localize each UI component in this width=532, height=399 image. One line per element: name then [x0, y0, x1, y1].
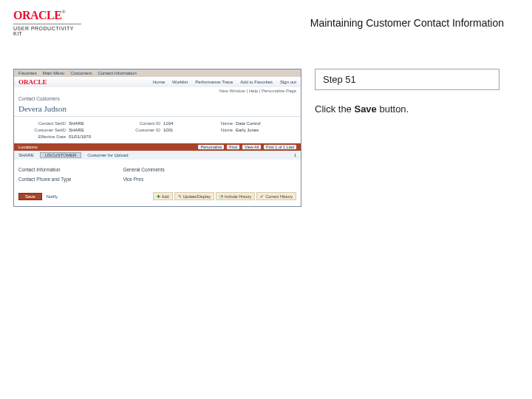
- detail-columns: Contact Information Contact Phone and Ty…: [14, 160, 301, 189]
- location-select[interactable]: USCUSTOMER: [40, 152, 82, 158]
- field-value: Data Control: [236, 121, 280, 126]
- field-label: Customer ID: [116, 128, 160, 132]
- clock-icon: ◔: [219, 194, 223, 199]
- mode-tabs: ✚Add ✎Update/Display ◔Include History ✔C…: [153, 192, 296, 200]
- document-page: ORACLE® USER PRODUCTIVITY KIT Maintainin…: [0, 0, 532, 399]
- oracle-wordmark: ORACLE®: [13, 9, 102, 22]
- header-fields: Contact SetID SHARE Contact ID 1164 Name…: [14, 117, 301, 143]
- field-label: Customer SetID: [21, 128, 66, 132]
- menu-add-favorites[interactable]: Add to Favorites: [240, 80, 273, 84]
- pencil-icon: ✎: [178, 194, 182, 199]
- page-context: Contact Customers: [14, 95, 301, 103]
- col-heading: General Comments: [123, 167, 164, 172]
- top-menu: Home Worklist Performance Trace Add to F…: [153, 80, 296, 84]
- breadcrumb-bar: Favorites Main Menu Customers Contact In…: [14, 69, 301, 77]
- col-value: Vice Pres: [123, 177, 164, 182]
- grid-tools: Personalize Find View All First 1 of 1 L…: [198, 145, 296, 149]
- col-heading: Contact Information: [18, 167, 71, 172]
- row-index: 1: [294, 153, 296, 157]
- registered-mark: ®: [61, 9, 65, 15]
- nav-item: Favorites: [18, 71, 37, 75]
- locations-section-bar: Locations Personalize Find View All Firs…: [14, 143, 301, 151]
- page-title: Maintaining Customer Contact Information: [310, 17, 504, 29]
- field-value: 1001: [163, 128, 208, 132]
- field-value: Early Jones: [236, 128, 280, 132]
- field-label: Name: [211, 121, 233, 126]
- tab-update-display[interactable]: ✎Update/Display: [174, 192, 214, 200]
- document-body: Favorites Main Menu Customers Contact In…: [0, 39, 532, 207]
- app-screenshot: Favorites Main Menu Customers Contact In…: [13, 69, 301, 207]
- field-label: Effective Date: [21, 134, 66, 139]
- tab-include-history[interactable]: ◔Include History: [216, 192, 255, 200]
- tab-correct-history[interactable]: ✔Correct History: [256, 192, 296, 200]
- field-label: Contact ID: [116, 121, 160, 126]
- tab-add[interactable]: ✚Add: [153, 192, 173, 200]
- field-label: Name: [211, 128, 233, 132]
- menu-signout[interactable]: Sign out: [280, 80, 296, 84]
- instruction-post: button.: [377, 103, 409, 115]
- instruction-pre: Click the: [315, 103, 354, 115]
- step-label: Step 51: [323, 74, 356, 85]
- notify-link[interactable]: Notify: [47, 194, 58, 199]
- tool-personalize[interactable]: Personalize: [198, 145, 224, 149]
- tool-viewall[interactable]: View All: [242, 145, 261, 149]
- plus-icon: ✚: [157, 194, 160, 199]
- window-tools-line: New Window | Help | Personalize Page: [14, 87, 301, 95]
- section-title: Locations: [18, 145, 38, 149]
- row-desc: Customer for Upload: [87, 153, 128, 157]
- action-bar: Save Notify ✚Add ✎Update/Display ◔Includ…: [14, 189, 301, 206]
- menu-home[interactable]: Home: [153, 80, 165, 84]
- oracle-app-bar: ORACLE Home Worklist Performance Trace A…: [14, 77, 301, 87]
- field-value: SHARE: [69, 128, 113, 132]
- document-header: ORACLE® USER PRODUCTIVITY KIT Maintainin…: [0, 0, 532, 39]
- tool-find[interactable]: Find: [227, 145, 239, 149]
- menu-perf-trace[interactable]: Performance Trace: [195, 80, 233, 84]
- oracle-text: ORACLE: [13, 9, 61, 21]
- col-value: Contact Phone and Type: [18, 177, 71, 182]
- instruction-bold: Save: [354, 103, 376, 115]
- comments-col: General Comments Vice Pres: [123, 167, 164, 186]
- instruction-text: Click the Save button.: [315, 103, 519, 115]
- save-button[interactable]: Save: [18, 193, 42, 200]
- nav-item: Customers: [70, 71, 92, 75]
- field-value: 1164: [163, 121, 208, 126]
- nav-item: Contact Information: [98, 71, 136, 75]
- field-value: SHARE: [69, 121, 113, 126]
- menu-worklist[interactable]: Worklist: [172, 80, 188, 84]
- nav-item: Main Menu: [43, 71, 65, 75]
- check-icon: ✔: [260, 194, 264, 199]
- row-setid: SHARE: [18, 153, 34, 157]
- oracle-app-logo: ORACLE: [18, 78, 47, 86]
- field-label: Contact SetID: [21, 121, 66, 126]
- step-box: Step 51: [315, 69, 499, 90]
- instruction-panel: Step 51 Click the Save button.: [315, 69, 519, 207]
- oracle-upk-logo: ORACLE® USER PRODUCTIVITY KIT: [13, 9, 102, 36]
- grid-row: SHARE USCUSTOMER Customer for Upload 1: [14, 151, 301, 160]
- field-value: 01/01/1970: [69, 134, 113, 139]
- upk-subtitle: USER PRODUCTIVITY KIT: [13, 24, 81, 36]
- contact-info-col: Contact Information Contact Phone and Ty…: [18, 167, 71, 186]
- grid-counter: First 1 of 1 Last: [264, 145, 296, 149]
- contact-name-heading: Devera Judson: [14, 103, 301, 117]
